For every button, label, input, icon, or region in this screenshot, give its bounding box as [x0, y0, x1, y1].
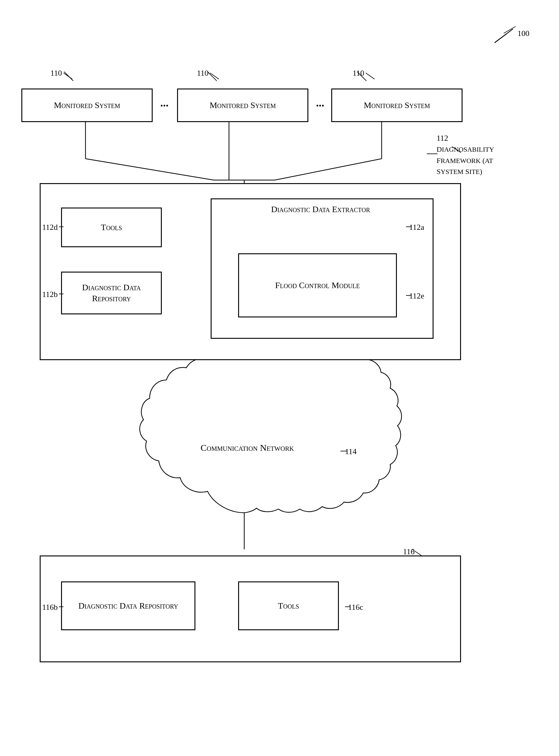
dots-middle-right: ··· [316, 99, 324, 112]
flood-control-module-box: Flood Control Module [238, 253, 397, 317]
ref-116c-line [345, 606, 351, 607]
ref-112a: 112a [409, 223, 424, 232]
figure-number: 100 [517, 29, 529, 38]
ref-112b-line [59, 294, 64, 294]
ref-110-left-line [63, 73, 72, 79]
ref-112e: 112e [409, 292, 424, 301]
diagnosability-framework-system-label: 112 DIAGNOSABILITYFRAMEWORK (ATSYSTEM SI… [437, 133, 494, 177]
flood-control-module-label: Flood Control Module [275, 280, 360, 291]
ref-112e-line [406, 295, 411, 296]
diag-data-repo-116b-label: Diagnostic Data Repository [79, 600, 178, 611]
svg-line-1 [495, 29, 513, 43]
figure-arrow [504, 26, 516, 33]
svg-line-3 [86, 159, 214, 180]
dots-left-middle: ··· [160, 99, 169, 112]
ref-116b: 116b [42, 603, 58, 612]
svg-line-16 [333, 449, 342, 455]
ref-110-right-line [365, 73, 375, 79]
ref-116c: 116c [348, 603, 363, 612]
monitored-system-middle: Monitored System [177, 89, 308, 122]
ref-110-mid-line [210, 73, 219, 79]
ref-110-left: 110 [50, 69, 62, 78]
ref-112-line [427, 154, 438, 154]
monitored-system-left: Monitored System [21, 89, 153, 122]
ref-112a-line [406, 227, 411, 227]
ref-112d-line [59, 227, 64, 227]
ref-114: 114 [345, 447, 357, 456]
ref-110-right: 110 [353, 69, 364, 78]
monitored-system-middle-label: Monitored System [209, 100, 276, 111]
ref-112d: 112d [42, 223, 58, 232]
ref-110-middle: 110 [197, 69, 208, 78]
comm-network-label: Communication Network [174, 442, 320, 453]
tools-116c-box: Tools [238, 581, 339, 630]
diag-data-repo-116b-box: Diagnostic Data Repository [61, 581, 195, 630]
tools-116c-label: Tools [278, 600, 299, 611]
diag-data-extractor-label: Diagnostic Data Extractor [232, 204, 409, 215]
ref-112b: 112b [42, 290, 58, 299]
monitored-system-left-label: Monitored System [54, 100, 120, 111]
tools-112d-label: Tools [101, 222, 122, 233]
ref-114-line [340, 451, 347, 452]
diagram: 100 Monitored System 110 ··· Monitored S… [0, 0, 559, 756]
svg-line-6 [275, 159, 382, 180]
tools-112d-box: Tools [61, 208, 162, 247]
monitored-system-right: Monitored System [331, 89, 463, 122]
monitored-system-right-label: Monitored System [364, 100, 430, 111]
diag-data-repo-112b-label: Diagnostic Data Repository [62, 282, 161, 304]
ref-116b-line [59, 606, 64, 607]
diag-data-repo-112b-box: Diagnostic Data Repository [61, 272, 162, 314]
